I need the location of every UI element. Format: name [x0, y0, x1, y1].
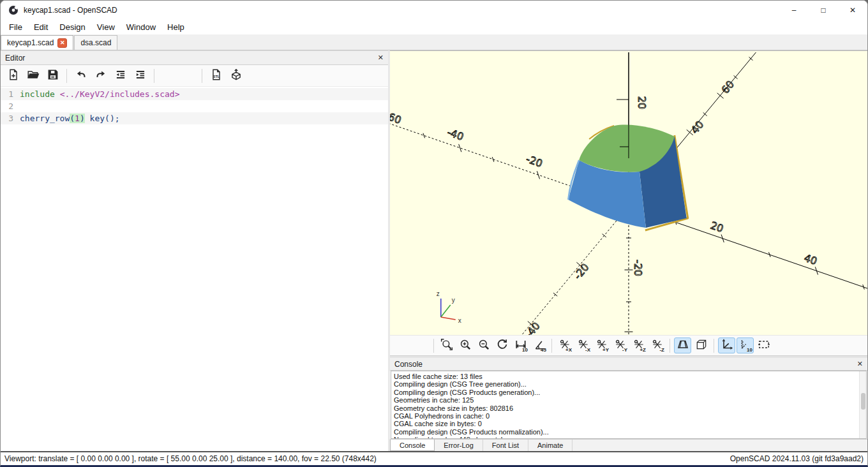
viewport-zoom-in-button[interactable] — [456, 337, 474, 353]
3d-viewport[interactable]: 20 40 40 60 20 -20 -40 -60 -20 -40 -20 — [390, 51, 867, 335]
button-sub-label: 10 — [522, 347, 528, 353]
view-all-icon — [758, 338, 770, 353]
toolbar-separator — [202, 69, 202, 83]
editor-new-file-button[interactable] — [4, 67, 22, 84]
console-line: Compiling design (CSG Products generatio… — [394, 389, 866, 396]
console-line: Geometry cache size in bytes: 802816 — [394, 404, 866, 412]
viewport-view-plus-x-button[interactable]: +X — [556, 337, 573, 353]
menu-view[interactable]: View — [91, 21, 121, 33]
viewport-orthographic-button[interactable] — [692, 337, 710, 353]
svg-text:STL: STL — [213, 75, 220, 78]
gizmo-x-label: x — [458, 317, 461, 324]
viewport-reset-view-button[interactable] — [493, 337, 511, 353]
line-number: 3 — [1, 112, 20, 124]
preview-icon: M9 1.5 L15.5 5 L15.5 12 L9 15.5 L2.5 12 … — [162, 68, 175, 84]
console-scrollbar[interactable] — [859, 371, 866, 438]
maximize-button[interactable]: □ — [809, 1, 838, 20]
console-close-icon[interactable]: ✕ — [857, 360, 863, 368]
openscad-logo-icon — [8, 5, 19, 15]
line-number: 2 — [1, 100, 20, 112]
gizmo-z-label: z — [437, 290, 440, 297]
viewport-perspective-button[interactable] — [674, 337, 691, 353]
openscad-window: keycap1.scad - OpenSCAD – □ ✕ FileEditDe… — [0, 0, 868, 467]
axis-label-z20: 20 — [636, 96, 648, 109]
menu-help[interactable]: Help — [161, 21, 190, 33]
button-sub-label: +Z — [640, 347, 646, 353]
close-button[interactable]: ✕ — [838, 1, 867, 20]
send-to-print-icon — [230, 68, 243, 84]
viewport-render-button[interactable]: M9 1.5 L15.5 5 L15.5 12 L9 15.5 L2.5 12 … — [412, 337, 430, 353]
button-sub-label: 45 — [541, 347, 546, 353]
console-log[interactable]: Used file cache size: 13 filesCompiling … — [391, 371, 867, 439]
code-line: 1include <../KeyV2/includes.scad> — [1, 88, 388, 100]
editor-panel-title: Editor — [5, 54, 25, 63]
menu-file[interactable]: File — [3, 21, 28, 33]
editor-redo-button[interactable] — [92, 67, 109, 84]
tab-keycap1.scad[interactable]: keycap1.scad✕ — [1, 35, 73, 50]
menu-window[interactable]: Window — [121, 21, 161, 33]
console-tabbar: ConsoleError-LogFont ListAnimate — [390, 439, 867, 451]
save-file-icon — [47, 68, 59, 84]
tab-close-icon[interactable]: ✕ — [57, 38, 67, 48]
viewport-status-text: Viewport: translate = [ 0.00 0.00 0.00 ]… — [4, 454, 377, 463]
console-tab-font-list[interactable]: Font List — [483, 440, 528, 451]
menubar: FileEditDesignViewWindowHelp — [1, 20, 867, 35]
viewport-view-all-button[interactable] — [755, 337, 772, 353]
code-editor[interactable]: 1include <../KeyV2/includes.scad>23cherr… — [1, 87, 388, 451]
editor-send-to-print-button[interactable] — [227, 67, 244, 84]
menu-edit[interactable]: Edit — [28, 21, 54, 33]
viewport-measure-distance-button[interactable]: 10 — [512, 337, 529, 353]
zoom-out-icon — [477, 338, 490, 353]
viewport-preview-button[interactable]: M9 1.5 L15.5 5 L15.5 12 L9 15.5 L2.5 12 … — [394, 337, 411, 353]
toolbar-separator — [66, 69, 67, 83]
line-number: 1 — [1, 88, 20, 100]
editor-undo-button[interactable] — [72, 67, 89, 84]
editor-panel-header: Editor ✕ — [1, 51, 388, 65]
editor-open-file-button[interactable] — [24, 67, 41, 84]
scrollbar-thumb[interactable] — [861, 393, 865, 410]
tab-dsa.scad[interactable]: dsa.scad — [74, 35, 117, 50]
code-line: 2 — [1, 100, 388, 112]
export-stl-icon: STL — [210, 68, 223, 84]
editor-indent-button[interactable] — [131, 67, 149, 84]
redo-icon — [94, 68, 107, 84]
minimize-button[interactable]: – — [779, 1, 809, 20]
console-tab-animate[interactable]: Animate — [528, 440, 572, 451]
console-line: Compiling design (CSG Products normaliza… — [394, 428, 866, 436]
viewport-zoom-all-button[interactable] — [438, 337, 455, 353]
viewport-show-scale-markers-button[interactable]: 10 — [737, 337, 754, 353]
viewport-view-minus-y-button[interactable]: -Y — [611, 337, 629, 353]
viewport-view-plus-y-button[interactable]: +Y — [593, 337, 610, 353]
console-panel: Console ✕ Used file cache size: 13 files… — [390, 358, 867, 451]
toolbar-separator — [433, 339, 434, 353]
editor-save-file-button[interactable] — [44, 67, 61, 84]
console-tab-console[interactable]: Console — [390, 440, 435, 451]
version-status-text: OpenSCAD 2024.11.03 (git fd3a9aad2) — [730, 454, 864, 463]
editor-preview-button[interactable]: M9 1.5 L15.5 5 L15.5 12 L9 15.5 L2.5 12 … — [160, 67, 177, 84]
editor-render-button[interactable]: M9 1.5 L15.5 5 L15.5 12 L9 15.5 L2.5 12 … — [179, 67, 197, 84]
editor-unindent-button[interactable] — [112, 67, 129, 84]
button-sub-label: -X — [585, 347, 590, 353]
undo-icon — [75, 68, 87, 84]
code-text: include <../KeyV2/includes.scad> — [20, 88, 179, 100]
tabbar: keycap1.scad✕dsa.scad — [1, 35, 867, 50]
viewport-toolbar: M9 1.5 L15.5 5 L15.5 12 L9 15.5 L2.5 12 … — [390, 335, 867, 355]
viewport-zoom-out-button[interactable] — [475, 337, 492, 353]
viewport-measure-angle-button[interactable]: 45 — [530, 337, 548, 353]
button-sub-label: +X — [565, 347, 572, 353]
viewport-view-minus-z-button[interactable]: -Z — [648, 337, 666, 353]
window-title: keycap1.scad - OpenSCAD — [24, 6, 117, 15]
console-line: Compiling design (CSG Tree generation)..… — [394, 380, 866, 388]
console-tab-error-log[interactable]: Error-Log — [435, 440, 483, 451]
unindent-icon — [114, 68, 127, 84]
viewport-show-axes-button[interactable] — [718, 337, 735, 353]
editor-export-stl-button[interactable]: STL — [207, 67, 225, 84]
viewport-view-minus-x-button[interactable]: -X — [574, 337, 592, 353]
button-sub-label: -Y — [622, 347, 627, 353]
editor-close-icon[interactable]: ✕ — [378, 54, 384, 62]
editor-panel: Editor ✕ M9 1.5 L15.5 5 L15.5 12 L9 15.5… — [1, 50, 388, 451]
menu-design[interactable]: Design — [54, 21, 91, 33]
editor-toolbar: M9 1.5 L15.5 5 L15.5 12 L9 15.5 L2.5 12 … — [1, 65, 388, 87]
new-file-icon — [7, 68, 20, 84]
viewport-view-plus-z-button[interactable]: +Z — [630, 337, 647, 353]
